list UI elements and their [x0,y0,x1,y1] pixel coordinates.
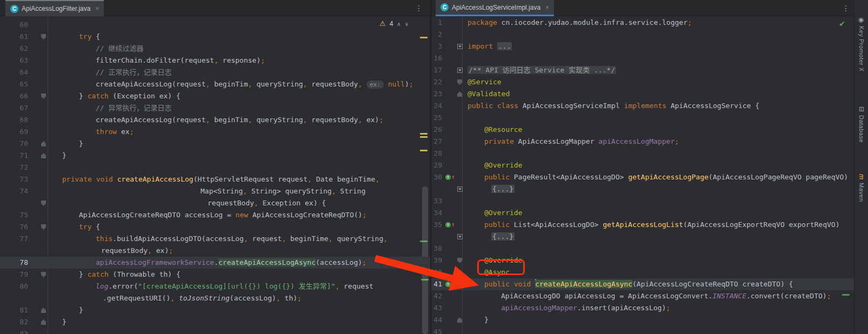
line-number[interactable]: 68 [0,114,28,126]
code-line[interactable]: 77this.buildApiAccessLogDTO(accessLog, r… [0,233,430,245]
code-line[interactable]: 64// 正常执行，记录日志 [0,66,430,78]
code-line[interactable]: 70} [0,138,430,150]
fold-marker-icon[interactable] [41,93,46,99]
line-number[interactable]: 17 [431,64,442,76]
more-options-icon[interactable]: ⋮ [414,3,424,14]
fold-marker-icon[interactable] [41,319,46,325]
fold-marker-icon[interactable] [41,153,46,158]
fold-marker-icon[interactable] [41,141,46,146]
line-number[interactable]: 60 [0,19,28,31]
line-number[interactable]: 79 [0,269,28,280]
line-number[interactable]: 42 [431,290,442,302]
close-icon[interactable]: × [545,4,549,11]
code-line[interactable]: 17+/** API 访问日志 Service 实现类 ...*/ [431,64,854,76]
code-line[interactable]: 39@Override [431,255,854,266]
fold-marker-icon[interactable] [41,308,46,313]
line-number[interactable]: 40 [431,266,442,278]
code-line[interactable]: 71} [0,150,430,162]
code-line[interactable]: 63filterChain.doFilter(request, response… [0,55,430,66]
code-line[interactable]: 26@Resource [431,124,854,136]
line-number[interactable]: 61 [0,31,28,43]
code-line[interactable]: 69throw ex; [0,126,430,138]
code-line[interactable]: 79} catch (Throwable th) { [0,269,430,280]
line-number[interactable]: 22 [431,76,442,88]
code-line[interactable]: 67// 异常执行，记录日志 [0,102,430,114]
code-line[interactable]: +{...} [431,231,854,243]
code-line[interactable]: 35↑↑public List<ApiAccessLogDO> getApiAc… [431,219,854,231]
code-line[interactable]: requestBody, ex); [0,245,430,257]
code-line[interactable]: 33 [431,195,854,207]
code-line[interactable]: 43apiAccessLogMapper.insert(apiAccessLog… [431,302,854,314]
line-number[interactable]: 67 [0,102,28,114]
line-number[interactable]: 41 [431,278,442,290]
line-number[interactable]: 28 [431,148,442,159]
line-number[interactable]: 38 [431,243,442,255]
fold-marker-icon[interactable] [457,270,462,275]
more-options-icon[interactable]: ⋮ [841,3,851,14]
line-number[interactable]: 3 [431,41,442,52]
tab-apiaccesslogfilter[interactable]: C ApiAccessLogFilter.java × [5,0,104,16]
code-line[interactable]: 60 [0,19,430,31]
line-number[interactable]: 45 [431,326,442,334]
line-number[interactable]: 66 [0,90,28,102]
line-number[interactable]: 25 [431,112,442,124]
line-number[interactable]: 77 [0,233,28,245]
line-number[interactable]: 71 [0,150,28,162]
code-line[interactable]: 29@Override [431,159,854,171]
code-line[interactable]: 81} [0,304,430,316]
line-number[interactable]: 62 [0,43,28,55]
code-line[interactable]: 78apiAccessLogFrameworkService.createApi… [0,257,430,269]
unfold-icon[interactable]: + [457,68,463,73]
fold-marker-icon[interactable] [457,317,462,323]
fold-marker-icon[interactable] [41,224,46,230]
tool-button-database[interactable]: ⊟ Database [854,105,868,143]
line-number[interactable]: 26 [431,124,442,136]
code-line[interactable]: 44} [431,314,854,326]
line-number[interactable]: 24 [431,100,442,112]
code-line[interactable]: 34@Override [431,207,854,219]
code-line[interactable]: 62// 继续过滤器 [0,43,430,55]
line-number[interactable]: 29 [431,159,442,171]
code-line[interactable]: 82} [0,316,430,328]
unfold-icon[interactable]: + [457,234,463,239]
code-line[interactable]: 42ApiAccessLogDO apiAccessLog = ApiAcces… [431,290,854,302]
line-number[interactable]: 27 [431,136,442,148]
fold-marker-icon[interactable] [41,34,46,39]
line-number[interactable]: 2 [431,29,442,41]
code-line[interactable]: 25 [431,112,854,124]
tool-button-maven[interactable]: m Maven [854,173,868,202]
line-number[interactable]: 33 [431,195,442,207]
code-line[interactable]: 22@Service [431,76,854,88]
line-number[interactable]: 83 [0,328,28,334]
code-line[interactable]: 68createApiAccessLog(request, beginTim, … [0,114,430,126]
code-line[interactable]: 24public class ApiAccessLogServiceImpl i… [431,100,854,112]
code-line[interactable]: 27private ApiAccessLogMapper apiAccessLo… [431,136,854,148]
code-line[interactable]: 2 [431,29,854,41]
tool-button-key-promoter-x[interactable]: ◉ Key Promoter X [854,16,868,72]
fold-marker-icon[interactable] [457,91,462,97]
code-line[interactable]: 1package cn.iocoder.yudao.module.infra.s… [431,17,854,29]
line-number[interactable]: 65 [0,78,28,90]
code-line[interactable]: 61try { [0,31,430,43]
code-line[interactable]: 16 [431,52,854,64]
code-line[interactable]: 74Map<String, String> queryString, Strin… [0,185,430,197]
line-number[interactable]: 30 [431,171,442,183]
close-icon[interactable]: × [95,5,99,12]
line-number[interactable]: 75 [0,209,28,221]
code-editor-left[interactable]: ⚠ 4 ∧ ∨ 6061try {62// 继续过滤器63filterChain… [0,16,430,334]
code-line[interactable]: 73private void createApiAccessLog(HttpSe… [0,173,430,185]
tab-apiaccesslogserviceimpl[interactable]: C ApiAccessLogServiceImpl.java × [436,0,554,16]
code-line[interactable]: .getRequestURI(), toJsonString(accessLog… [0,292,430,304]
code-line[interactable]: requestBody, Exception ex) { [0,197,430,209]
line-number[interactable]: 35 [431,219,442,231]
line-number[interactable]: 69 [0,126,28,138]
line-number[interactable]: 72 [0,162,28,173]
line-number[interactable]: 63 [0,55,28,66]
code-line[interactable]: 66} catch (Exception ex) { [0,90,430,102]
code-line[interactable]: 80log.error("[createApiAccessLog][url({}… [0,280,430,292]
code-line[interactable]: 3+import ... [431,41,854,52]
line-number[interactable]: 64 [0,66,28,78]
line-number[interactable]: 44 [431,314,442,326]
code-editor-right[interactable]: ✔ 1package cn.iocoder.yudao.module.infra… [431,16,854,334]
unfold-icon[interactable]: + [457,44,463,49]
